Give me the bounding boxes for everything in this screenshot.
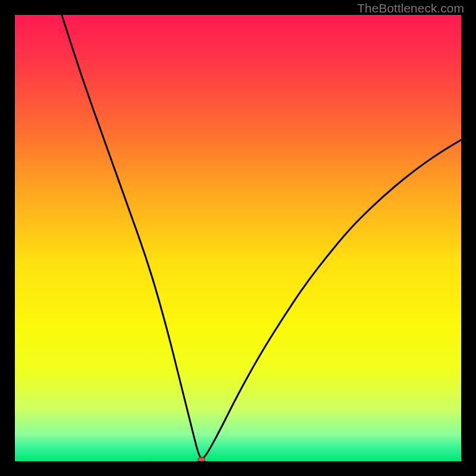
watermark-text: TheBottleneck.com: [357, 1, 464, 15]
chart-plot-area: [15, 15, 461, 461]
optimal-point-marker: [198, 458, 205, 461]
chart-svg: [15, 15, 461, 461]
